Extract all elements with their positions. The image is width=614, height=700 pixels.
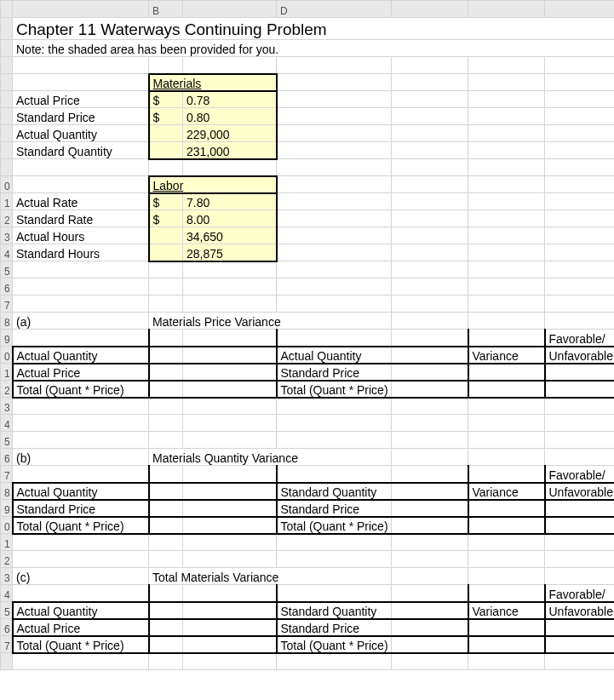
cell[interactable]: [149, 585, 183, 602]
cell[interactable]: [277, 295, 392, 313]
cell[interactable]: [468, 108, 545, 125]
row-header[interactable]: 1: [1, 364, 13, 381]
cell[interactable]: [13, 74, 149, 91]
cell[interactable]: [545, 364, 615, 381]
cell[interactable]: [183, 381, 277, 398]
cell[interactable]: [149, 653, 183, 670]
cell[interactable]: [392, 449, 468, 466]
cell[interactable]: [468, 653, 545, 670]
cell[interactable]: [468, 193, 545, 210]
cell[interactable]: [545, 449, 615, 466]
col-header[interactable]: [468, 1, 545, 18]
cell[interactable]: [183, 278, 277, 295]
cell[interactable]: [392, 313, 468, 330]
cell[interactable]: [277, 398, 392, 415]
cell[interactable]: [183, 500, 277, 517]
cell[interactable]: [277, 108, 392, 125]
cell[interactable]: [392, 125, 468, 142]
cell[interactable]: [468, 313, 545, 330]
cell[interactable]: [392, 364, 468, 381]
row-header[interactable]: 5: [1, 432, 13, 449]
cell[interactable]: [277, 261, 392, 278]
cell[interactable]: [277, 57, 392, 74]
cell[interactable]: [149, 432, 183, 449]
cell[interactable]: [277, 278, 392, 295]
cell[interactable]: [468, 159, 545, 176]
value-cell[interactable]: 7.80: [183, 193, 277, 210]
cell[interactable]: [277, 176, 392, 193]
row-header[interactable]: [1, 57, 13, 74]
row-header[interactable]: 0: [1, 517, 13, 534]
cell[interactable]: [149, 261, 183, 278]
row-header[interactable]: 4: [1, 244, 13, 261]
cell[interactable]: [468, 261, 545, 278]
currency-cell[interactable]: $: [149, 91, 183, 108]
col-header[interactable]: D: [277, 1, 392, 18]
cell[interactable]: [392, 381, 468, 398]
cell[interactable]: [13, 330, 149, 347]
value-cell[interactable]: 28,875: [183, 244, 277, 261]
row-header[interactable]: 6: [1, 619, 13, 636]
cell[interactable]: [468, 91, 545, 108]
cell[interactable]: [545, 381, 615, 398]
cell[interactable]: [468, 295, 545, 313]
row-header[interactable]: 6: [1, 278, 13, 295]
cell[interactable]: [392, 295, 468, 313]
cell[interactable]: [545, 295, 615, 313]
row-header[interactable]: [1, 125, 13, 142]
cell[interactable]: [545, 619, 615, 636]
cell[interactable]: [183, 57, 277, 74]
cell[interactable]: [392, 551, 468, 568]
cell[interactable]: [183, 636, 277, 653]
cell[interactable]: [392, 432, 468, 449]
cell[interactable]: [392, 534, 468, 551]
cell[interactable]: [277, 330, 392, 347]
cell[interactable]: [149, 466, 183, 483]
row-header[interactable]: 4: [1, 415, 13, 432]
row-header[interactable]: 4: [1, 585, 13, 602]
cell[interactable]: [183, 466, 277, 483]
cell[interactable]: [468, 244, 545, 261]
cell[interactable]: [468, 364, 545, 381]
cell[interactable]: [149, 278, 183, 295]
cell[interactable]: [183, 432, 277, 449]
cell[interactable]: [545, 108, 615, 125]
cell[interactable]: [468, 500, 545, 517]
cell[interactable]: [545, 176, 615, 193]
cell[interactable]: [277, 227, 392, 244]
row-header[interactable]: 0: [1, 347, 13, 364]
row-header[interactable]: 1: [1, 193, 13, 210]
cell[interactable]: [468, 278, 545, 295]
cell[interactable]: [468, 227, 545, 244]
row-header[interactable]: 1: [1, 534, 13, 551]
cell[interactable]: [545, 568, 615, 585]
cell[interactable]: [468, 381, 545, 398]
cell[interactable]: [392, 159, 468, 176]
cell[interactable]: [468, 330, 545, 347]
cell[interactable]: [183, 330, 277, 347]
cell[interactable]: [545, 313, 615, 330]
cell[interactable]: [277, 466, 392, 483]
cell[interactable]: [183, 483, 277, 500]
cell[interactable]: [468, 585, 545, 602]
col-header[interactable]: [545, 1, 615, 18]
cell[interactable]: [545, 432, 615, 449]
cell[interactable]: [183, 398, 277, 415]
cell[interactable]: [149, 347, 183, 364]
cell[interactable]: [149, 534, 183, 551]
cell[interactable]: [468, 176, 545, 193]
cell[interactable]: [545, 500, 615, 517]
cell[interactable]: [13, 653, 149, 670]
value-cell[interactable]: 8.00: [183, 210, 277, 227]
cell[interactable]: [277, 432, 392, 449]
cell[interactable]: [183, 295, 277, 313]
cell[interactable]: [149, 159, 183, 176]
cell[interactable]: [183, 517, 277, 534]
cell[interactable]: [13, 585, 149, 602]
cell[interactable]: [545, 210, 615, 227]
row-header[interactable]: [1, 74, 13, 91]
cell[interactable]: [183, 415, 277, 432]
cell[interactable]: [468, 517, 545, 534]
cell[interactable]: [468, 415, 545, 432]
cell[interactable]: [392, 568, 468, 585]
